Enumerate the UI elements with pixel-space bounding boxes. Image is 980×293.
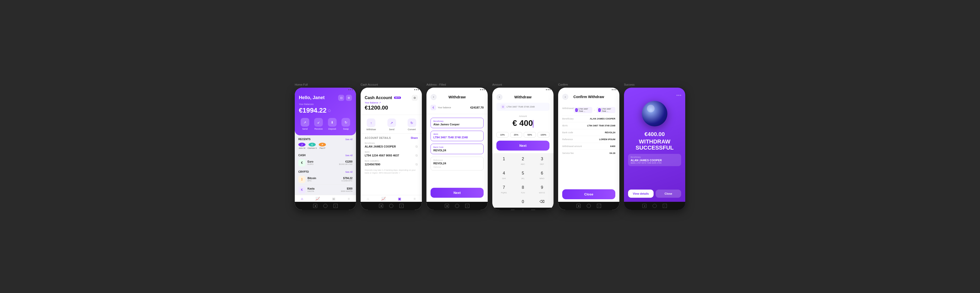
succ-home-btn[interactable] <box>652 204 657 208</box>
recent-item-john[interactable]: J John M <box>298 143 305 149</box>
euro-sub: EURO <box>307 163 313 165</box>
addr-home-btn[interactable] <box>455 204 459 208</box>
close-button[interactable]: Close <box>655 190 681 198</box>
sd2 <box>678 95 679 96</box>
deposit-button[interactable]: ⬇ Deposit <box>326 118 339 130</box>
crypto-see-all[interactable]: See All <box>345 171 352 173</box>
screen-label-cash: Cash Account <box>361 83 378 86</box>
nav-square-button[interactable]: ▪ <box>334 204 338 208</box>
cash-title: CASH <box>298 154 305 157</box>
ca-back-btn[interactable]: ◄ <box>379 204 383 208</box>
ca-square-btn[interactable]: ▪ <box>399 204 404 208</box>
swap-button[interactable]: ↻ Swap <box>340 118 352 130</box>
reference-field[interactable]: Reference REVOL24 Optional <box>431 157 484 171</box>
amount-next-button[interactable]: Next <box>496 141 549 150</box>
ca-gear-icon[interactable]: ⚙ <box>412 95 418 101</box>
pct-10[interactable]: 10% <box>496 132 509 138</box>
sd1 <box>414 89 415 90</box>
crypto-item-btc[interactable]: ₿ Bitcoin BTC $794.22 0.0298 BTC <box>298 174 352 185</box>
ca-nav-wallet[interactable]: ▣ <box>398 197 401 201</box>
nav-wallet[interactable]: ▣ <box>332 197 335 201</box>
eye-icon[interactable]: ◌ <box>328 109 331 112</box>
key-3[interactable]: 3DEF <box>532 154 552 168</box>
succ-square-btn[interactable]: ▪ <box>663 204 667 208</box>
ca-nav-settings[interactable]: ≡ <box>414 197 416 201</box>
nav-home-button[interactable] <box>323 204 328 208</box>
nav-home[interactable]: ⌂ <box>301 197 303 201</box>
copy-bank-icon[interactable]: ⧉ <box>415 163 418 166</box>
addr-square-btn[interactable]: ▪ <box>465 204 469 208</box>
cash-item-euro[interactable]: € Euro EURO €1200 $1242.88 USD <box>298 158 352 168</box>
addr-back-btn[interactable]: ◄ <box>445 204 449 208</box>
ca-home-btn[interactable] <box>389 204 393 208</box>
greeting: Hello, Janet <box>299 95 325 100</box>
from-iban-chip: ⊡ LT94 3467 7548 ... <box>574 107 592 113</box>
key-7[interactable]: 7PQRS <box>494 183 514 197</box>
conf-back-btn[interactable]: ◄ <box>576 204 581 208</box>
key-5[interactable]: 5JKL <box>514 168 533 183</box>
pct-100[interactable]: 100% <box>538 132 550 138</box>
iban-field[interactable]: IBAN LT94 3467 7548 3748 2348 <box>431 131 484 141</box>
recent-item-paul[interactable]: P Paul F <box>319 143 326 149</box>
settings-icon[interactable]: ⚙ <box>346 95 352 101</box>
success-visual <box>624 98 685 129</box>
withdraw-next-button[interactable]: Next <box>431 188 484 198</box>
copy-iban-icon[interactable]: ⧉ <box>415 154 418 157</box>
pct-50[interactable]: 50% <box>524 132 536 138</box>
key-9[interactable]: 9WXYZ <box>532 183 552 197</box>
phone-confirm: ‹ Confirm Withdraw Withdrawal ⊡ LT94 346… <box>558 88 619 210</box>
scan-icon[interactable]: ⊡ <box>338 95 344 101</box>
conf-arrow: → <box>593 109 596 111</box>
nav-settings[interactable]: ≡ <box>348 197 350 201</box>
copy-beneficiary-icon[interactable]: ⧉ <box>415 145 418 148</box>
key-1[interactable]: 1 <box>494 154 514 168</box>
cf-ben-value: ALAN JAMES COOPER <box>590 117 615 120</box>
pct-25[interactable]: 25% <box>510 132 522 138</box>
cf-fee-label: Service fee <box>562 152 574 154</box>
withdraw-back[interactable]: ‹ <box>431 94 437 100</box>
conf-square-btn[interactable]: ▪ <box>597 204 601 208</box>
bank-field[interactable]: Bank Code REVOL24 <box>431 144 484 154</box>
crypto-item-kasta[interactable]: K Kasta KASTA $300 3000 KASTA <box>298 185 352 195</box>
optional-label: Optional <box>433 166 481 168</box>
nav-back-button[interactable]: ◄ <box>313 204 317 208</box>
succ-back-btn[interactable]: ◄ <box>642 204 646 208</box>
send-button[interactable]: ↗ Send <box>299 118 311 130</box>
screen-cash-account: Cash Account Cash Account BETA <box>361 83 422 210</box>
success-amount-text: €400.00 <box>644 131 665 137</box>
confirm-close-button[interactable]: Close <box>562 189 615 199</box>
ca-nav-chart[interactable]: 📈 <box>381 197 386 201</box>
cash-list: € Euro EURO €1200 $1242.88 USD <box>295 158 356 168</box>
signal-dot <box>348 89 349 90</box>
view-details-button[interactable]: View details <box>628 190 654 198</box>
from-iban-text: LT94 3467 7548 ... <box>579 108 591 112</box>
key-empty <box>494 197 514 207</box>
confirm-back[interactable]: ‹ <box>562 94 568 100</box>
ad-share[interactable]: Share <box>410 136 418 139</box>
recents-see-all[interactable]: See All <box>345 138 352 141</box>
amount-iban-icon: ⊡ <box>501 104 506 109</box>
beneficiary-field[interactable]: Beneficiary Alan James Cooper <box>431 118 484 128</box>
ca-convert-btn[interactable]: ↻ Convert <box>407 119 416 131</box>
ca-withdraw-btn[interactable]: ↑ Withdraw <box>366 119 376 131</box>
recent-item-clarisse[interactable]: C Clarisse S <box>307 143 317 149</box>
key-0[interactable]: 0 <box>514 197 533 207</box>
ca-send-btn[interactable]: ↗ Send <box>387 119 396 131</box>
key-del[interactable]: ⌫ <box>532 197 552 207</box>
key-2[interactable]: 2ABC <box>514 154 533 168</box>
amount-back[interactable]: ‹ <box>496 94 503 100</box>
account-details: ACCOUNT DETAILS Share Beneficiary ALAN J… <box>361 133 422 177</box>
key-6[interactable]: 6MNO <box>532 168 552 183</box>
key-8[interactable]: 8TUV <box>514 183 533 197</box>
home-screen: Hello, Janet ⊡ ⚙ Your Balances €1994.2 <box>295 88 356 210</box>
to-iban-icon: ⊡ <box>598 108 601 112</box>
nav-chart[interactable]: 📈 <box>315 197 320 201</box>
conf-home-btn[interactable] <box>587 204 591 208</box>
ca-nav-home[interactable]: ⌂ <box>367 197 369 201</box>
cf-ref-label: Reference <box>562 138 573 141</box>
ca-actions: ↑ Withdraw ↗ Send ↻ Convert <box>361 115 422 133</box>
confirm-fee: Service fee €4.16 <box>562 150 615 157</box>
key-4[interactable]: 4GHI <box>494 168 514 183</box>
receive-button[interactable]: ↙ Receive <box>313 118 325 130</box>
cash-see-all[interactable]: See All <box>345 154 352 157</box>
